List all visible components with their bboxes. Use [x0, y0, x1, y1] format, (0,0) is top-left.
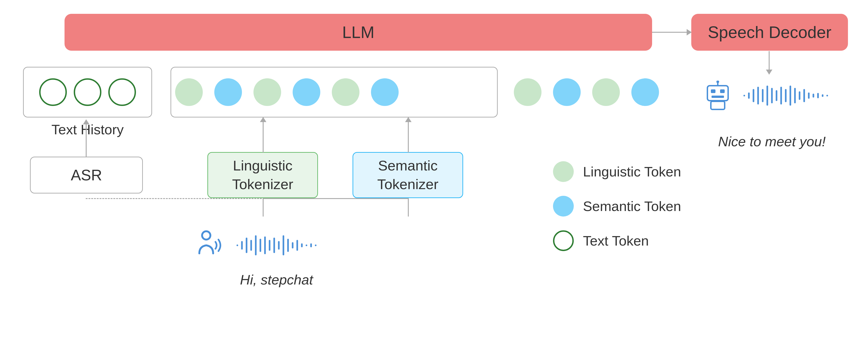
- ling-token-5: [592, 78, 620, 106]
- arrow-ling-tokenizer-up: [263, 118, 264, 152]
- sem-token-4: [553, 78, 581, 106]
- sem-token-3: [371, 78, 399, 106]
- linguistic-tokenizer-box: LinguisticTokenizer: [207, 152, 318, 198]
- diagram-container: LLM Speech Decoder Text History ASR: [0, 0, 868, 337]
- context-tokens: [175, 78, 399, 106]
- llm-label: LLM: [342, 23, 374, 42]
- robot-output-area: [703, 81, 830, 111]
- sem-token-1: [214, 78, 242, 106]
- ling-token-2: [253, 78, 281, 106]
- arrow-llm-to-speech-decoder: [652, 32, 691, 33]
- bracket-top: [263, 198, 409, 199]
- robot-icon: [703, 81, 733, 111]
- legend-item-semantic: Semantic Token: [553, 196, 681, 217]
- linguistic-tokenizer-label: LinguisticTokenizer: [232, 156, 293, 193]
- bracket-left: [263, 198, 264, 217]
- svg-rect-24: [712, 96, 724, 98]
- output-speech-text: Nice to meet you!: [703, 133, 841, 150]
- svg-point-0: [202, 231, 210, 240]
- sem-token-5: [631, 78, 659, 106]
- input-speech-text: Hi, stepchat: [196, 272, 357, 288]
- sem-token-2: [292, 78, 320, 106]
- llm-box: LLM: [64, 14, 652, 51]
- asr-label: ASR: [71, 166, 102, 184]
- legend-text-circle: [553, 231, 574, 251]
- legend-item-text: Text Token: [553, 231, 681, 251]
- outside-tokens: [514, 78, 659, 106]
- arrow-sem-tokenizer-up: [408, 118, 409, 152]
- person-mic-icon: [196, 231, 226, 260]
- text-token-2: [74, 78, 101, 106]
- bracket-right: [408, 198, 409, 217]
- svg-rect-25: [711, 101, 725, 110]
- text-token-1: [39, 78, 67, 106]
- semantic-tokenizer-label: SemanticTokenizer: [377, 156, 438, 193]
- arrow-asr-to-text-history: [86, 120, 87, 157]
- semantic-tokenizer-box: SemanticTokenizer: [352, 152, 463, 198]
- legend-text-label: Text Token: [583, 233, 649, 249]
- arrow-decoder-down: [769, 51, 770, 74]
- legend-sem-circle: [553, 196, 574, 217]
- speech-decoder-label: Speech Decoder: [708, 23, 831, 42]
- ling-token-3: [332, 78, 360, 106]
- legend-ling-label: Linguistic Token: [583, 164, 681, 180]
- legend: Linguistic Token Semantic Token Text Tok…: [553, 161, 681, 251]
- svg-rect-23: [720, 89, 725, 93]
- output-waveform: [742, 84, 830, 107]
- svg-rect-21: [707, 86, 728, 101]
- text-history-box: [23, 67, 152, 118]
- legend-sem-label: Semantic Token: [583, 198, 681, 214]
- svg-rect-22: [711, 89, 715, 93]
- input-waveform: [235, 234, 318, 257]
- speaker-input-area: [196, 231, 318, 260]
- text-token-3: [108, 78, 136, 106]
- svg-point-20: [716, 81, 719, 83]
- asr-box: ASR: [30, 157, 143, 193]
- ling-token-4: [514, 78, 541, 106]
- speech-decoder-box: Speech Decoder: [691, 14, 848, 51]
- dashed-connector-asr: [86, 198, 265, 199]
- legend-item-linguistic: Linguistic Token: [553, 161, 681, 182]
- legend-ling-circle: [553, 161, 574, 182]
- ling-token-1: [175, 78, 203, 106]
